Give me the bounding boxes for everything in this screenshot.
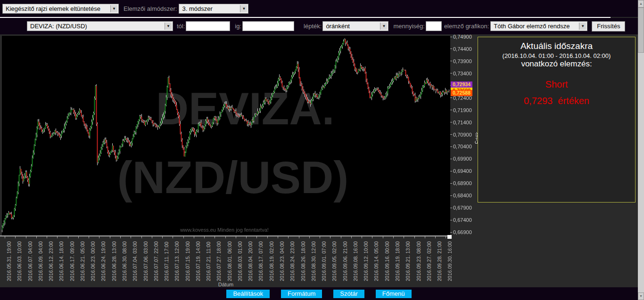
x-axis-title: Dátum [0,282,452,287]
scrollbar-thumb[interactable] [638,8,644,53]
y-tick [450,37,452,37]
x-tick-label: 2016.07.04. 03:00 [132,241,138,281]
x-tick-label: 2016.07.06. 03:00 [143,241,149,281]
x-tick-label: 2016.06.17. 09:00 [69,241,75,281]
y-tick-label: 0,67400 [453,217,472,223]
scale-select-value: óránként [323,23,388,30]
y-tick [450,220,452,220]
x-tick-label: 2016.08.24. 23:00 [289,241,295,281]
x-tick [278,236,278,238]
price-marker: 0,72588 [451,90,472,96]
x-tick-label: 2016.08.23. 04:00 [279,241,285,281]
quantity-input[interactable] [426,21,442,31]
dictionary-button[interactable]: Szótár [333,290,364,298]
chevron-down-icon: ▼ [579,23,586,30]
from-input[interactable] [186,21,230,31]
x-tick-label: 2016.09.14. 05:00 [373,241,379,281]
analyst-chart-select[interactable]: Tóth Gábor elemző rendsze ▼ [490,21,587,31]
x-tick-label: 2016.09.28. 21:00 [437,241,442,281]
x-tick [393,236,394,238]
x-tick-label: 2016.05.31. 19:00 [6,241,12,281]
y-tick-label: 0,74400 [453,46,472,52]
y-tick-label: 0,71900 [453,107,472,113]
y-tick-label: 0,69400 [453,168,472,174]
x-tick [299,236,299,238]
x-tick-label: 2016.08.30. 12:00 [311,241,316,281]
x-tick-label: 2016.09.05. 02:00 [331,241,337,281]
x-tick-label: 2016.09.19. 18:00 [395,241,400,281]
y-tick-label: 0,68400 [453,193,472,198]
y-tick-label: 0,68900 [453,180,472,186]
x-tick [131,236,131,238]
x-tick [267,236,268,238]
x-tick-label: 2016.08.04. 20:00 [248,241,253,281]
x-tick-label: 2016.09.16. 00:00 [384,241,390,281]
x-tick-label: 2016.06.23. 00:00 [90,241,96,281]
x-tick [194,236,194,238]
x-tick-label: 2016.09.21. 13:00 [405,241,411,281]
scroll-up-icon[interactable]: ▲ [638,0,644,8]
x-tick-label: 2016.07.21. 11:00 [206,242,211,281]
x-tick [414,236,415,238]
format-button[interactable]: Formátum [281,290,322,298]
vertical-scrollbar[interactable]: ▲ ▼ [638,0,644,300]
x-tick-label: 2016.07.13. 12:00 [174,241,180,281]
y-tick-label: 0,74900 [453,34,472,40]
x-tick-label: 2016.06.09. 04:00 [38,241,43,281]
toolbar-main: DEVIZA: (NZD/USD) ▼ tól: ig: lépték: órá… [0,18,638,34]
y-tick [450,159,452,159]
x-tick-label: 2016.09.27. 02:00 [426,241,432,281]
y-tick [450,146,452,147]
x-tick [351,236,352,238]
x-tick [183,236,184,238]
x-tick-label: 2016.08.01. 06:00 [227,241,232,281]
x-tick [446,236,446,238]
x-tick [425,236,425,238]
x-tick [246,236,247,238]
y-tick [450,232,452,233]
x-tick [99,236,99,238]
draw-elements-select-value: Kiegészítő rajzi elemek eltüntetése [3,5,118,12]
analyst-chart-label: elemző grafikon: [444,23,489,30]
analyst-chart-select-value: Tóth Gábor elemző rendsze [491,23,587,30]
x-tick [309,236,310,238]
x-tick-label: 2016.08.19. 02:00 [269,241,274,281]
y-tick-label: 0,73900 [453,58,472,64]
x-tick-label: 2016.06.21. 05:00 [80,241,85,281]
x-tick [141,236,142,238]
analysis-period: (2016.10.04. 01:00 - 2016.10.04. 02:00) [478,52,635,59]
analysis-signal: Short [478,79,635,90]
y-tick [450,97,452,98]
y-tick [450,171,452,171]
x-tick [256,236,257,238]
scale-label: lépték: [304,23,322,30]
x-tick [89,236,89,238]
refresh-button[interactable]: Frissítés [592,21,625,32]
scroll-down-icon[interactable]: ▼ [638,292,644,300]
x-tick [57,236,58,238]
x-tick-label: 2016.09.23. 08:00 [416,241,421,281]
y-tick-label: 0,70900 [453,132,472,138]
chevron-down-icon: ▼ [165,23,172,30]
x-tick-label: 2016.07.19. 14:00 [195,241,201,281]
draw-elements-select[interactable]: Kiegészítő rajzi elemek eltüntetése ▼ [2,4,119,14]
y-tick [450,61,452,61]
to-input[interactable] [242,21,294,31]
x-tick-label: 2016.09.12. 10:00 [363,241,369,281]
x-tick-label: 2016.09.01. 07:00 [321,241,327,281]
x-tick [288,236,289,238]
pair-select[interactable]: DEVIZA: (NZD/USD) ▼ [27,21,173,31]
x-tick [341,236,341,238]
x-tick-label: 2016.06.24. 19:00 [100,241,106,281]
x-tick-label: 2016.08.26. 18:00 [300,241,306,281]
mainmenu-button[interactable]: Főmenü [376,290,412,298]
scale-select[interactable]: óránként ▼ [322,21,388,31]
x-tick [173,236,173,238]
submethod-select[interactable]: 3. módszer ▼ [179,4,248,14]
x-tick [215,236,215,238]
analysis-subtitle: vonatkozó elemzés: [478,59,635,69]
x-tick-label: 2016.06.07. 04:00 [27,241,33,281]
y-tick-label: 0,66900 [453,229,472,235]
x-tick [68,236,68,238]
settings-button[interactable]: Beállítások [226,290,270,298]
